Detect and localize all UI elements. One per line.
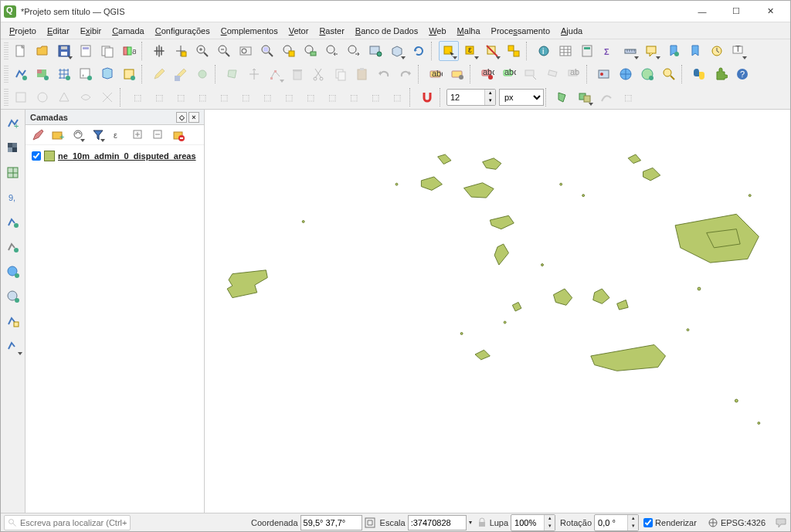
topological-editing-button[interactable]: [553, 87, 573, 107]
crs-display[interactable]: EPSG:4326: [708, 517, 766, 528]
adv-digitize-5[interactable]: [97, 87, 117, 107]
adv-digitize-1[interactable]: [11, 87, 31, 107]
layer-row[interactable]: ne_10m_admin_0_disputed_areas: [29, 150, 201, 162]
wfs-button[interactable]: [637, 64, 657, 84]
move-feature-button[interactable]: [244, 64, 264, 84]
zoom-last-button[interactable]: [322, 41, 342, 61]
adv-digitize-8[interactable]: ⬚: [171, 87, 191, 107]
node-tool-button[interactable]: [266, 64, 286, 84]
layout-manager-button[interactable]: [97, 41, 117, 61]
label-config-button[interactable]: [447, 64, 467, 84]
new-raster-icon[interactable]: [2, 137, 24, 159]
layer-visibility-checkbox[interactable]: [32, 151, 41, 161]
panel-undock-button[interactable]: ◇: [176, 112, 187, 123]
coordinate-input[interactable]: [300, 515, 362, 530]
layer-tree[interactable]: ne_10m_admin_0_disputed_areas: [25, 145, 204, 513]
open-project-button[interactable]: [32, 41, 53, 61]
zoom-full-button[interactable]: [257, 41, 277, 61]
snap-unit-select[interactable]: px: [499, 89, 544, 106]
delete-selected-button[interactable]: [287, 64, 307, 84]
refresh-button[interactable]: [409, 41, 429, 61]
adv-digitize-16[interactable]: ⬚: [344, 87, 364, 107]
adv-digitize-6[interactable]: ⬚: [127, 87, 148, 107]
trace-button[interactable]: [596, 87, 616, 107]
zoom-native-button[interactable]: [236, 41, 256, 61]
label-pin-button[interactable]: abc: [477, 64, 497, 84]
zoom-to-selection-button[interactable]: [279, 41, 299, 61]
style-manager-button[interactable]: a: [119, 41, 139, 61]
minimize-button[interactable]: —: [685, 1, 719, 22]
collapse-all-button[interactable]: [150, 127, 167, 144]
new-spatialite-icon[interactable]: [2, 236, 24, 258]
expand-all-button[interactable]: [130, 127, 147, 144]
adv-digitize-12[interactable]: ⬚: [257, 87, 277, 107]
temporal-button[interactable]: [707, 41, 727, 61]
label-move-button[interactable]: [521, 64, 541, 84]
attribute-table-button[interactable]: [555, 41, 575, 61]
deselect-button[interactable]: [482, 41, 502, 61]
new-print-layout-button[interactable]: [76, 41, 96, 61]
select-by-value-button[interactable]: ε: [460, 41, 480, 61]
menu-configuracoes[interactable]: Configurações: [150, 25, 216, 37]
measure-button[interactable]: [620, 41, 640, 61]
snap-tolerance-input[interactable]: ▴▾: [446, 89, 496, 106]
cut-features-button[interactable]: [309, 64, 329, 84]
render-checkbox[interactable]: [643, 518, 653, 527]
field-calculator-button[interactable]: [577, 41, 597, 61]
filter-expression-button[interactable]: ε: [110, 127, 127, 144]
georeferencer-button[interactable]: [594, 64, 614, 84]
extents-icon[interactable]: [365, 517, 375, 528]
menu-projeto[interactable]: Projeto: [4, 25, 42, 37]
toolbar-handle[interactable]: [4, 66, 8, 83]
help-button[interactable]: ?: [732, 64, 752, 84]
maximize-button[interactable]: ☐: [719, 1, 753, 22]
enable-tracing-button[interactable]: ⬚: [618, 87, 638, 107]
text-annotation-button[interactable]: T: [728, 41, 749, 61]
label-button[interactable]: abc: [426, 64, 446, 84]
layer-style-button[interactable]: [29, 127, 46, 144]
adv-digitize-15[interactable]: ⬚: [322, 87, 342, 107]
menu-exibir[interactable]: Exibir: [75, 25, 107, 37]
adv-digitize-3[interactable]: [54, 87, 74, 107]
avoid-intersections-button[interactable]: [575, 87, 595, 107]
statistics-button[interactable]: Σ: [599, 41, 619, 61]
toolbar-handle[interactable]: [4, 89, 8, 106]
filter-legend-button[interactable]: [90, 127, 107, 144]
zoom-in-button[interactable]: [192, 41, 212, 61]
map-canvas[interactable]: [205, 110, 790, 513]
paste-features-button[interactable]: [352, 64, 372, 84]
close-button[interactable]: ✕: [753, 1, 787, 22]
add-delimited-text-button[interactable]: ,: [76, 64, 96, 84]
menu-editar[interactable]: Editar: [42, 25, 75, 37]
menu-camada[interactable]: Camada: [107, 25, 150, 37]
adv-digitize-7[interactable]: ⬚: [149, 87, 169, 107]
add-mesh-layer-button[interactable]: [54, 64, 74, 84]
metasearch-button[interactable]: [659, 64, 679, 84]
wms-button[interactable]: [616, 64, 636, 84]
select-all-button[interactable]: [504, 41, 524, 61]
panel-close-button[interactable]: ×: [188, 112, 199, 123]
adv-digitize-17[interactable]: ⬚: [365, 87, 385, 107]
add-raster-layer-button[interactable]: [32, 64, 53, 84]
menu-raster[interactable]: Raster: [314, 25, 349, 37]
new-wfs-icon[interactable]: [2, 286, 24, 307]
menu-complementos[interactable]: Complementos: [216, 25, 283, 37]
identify-button[interactable]: i: [534, 41, 554, 61]
pan-button[interactable]: [149, 41, 169, 61]
menu-malha[interactable]: Malha: [452, 25, 486, 37]
adv-digitize-9[interactable]: ⬚: [192, 87, 212, 107]
add-feature-button[interactable]: [192, 64, 212, 84]
new-layer-more-icon[interactable]: [2, 335, 24, 357]
adv-digitize-2[interactable]: [32, 87, 53, 107]
new-3d-view-button[interactable]: [387, 41, 407, 61]
menu-ajuda[interactable]: Ajuda: [555, 25, 588, 37]
add-polygon-button[interactable]: [222, 64, 243, 84]
add-group-button[interactable]: +: [49, 127, 66, 144]
new-wms-icon[interactable]: [2, 261, 24, 283]
select-features-button[interactable]: [439, 41, 459, 61]
render-toggle[interactable]: Renderizar: [643, 518, 697, 527]
label-show-button[interactable]: abc: [499, 64, 519, 84]
plugins-button[interactable]: [711, 64, 731, 84]
zoom-to-layer-button[interactable]: [300, 41, 321, 61]
magnifier-input[interactable]: ▴▾: [511, 514, 555, 531]
